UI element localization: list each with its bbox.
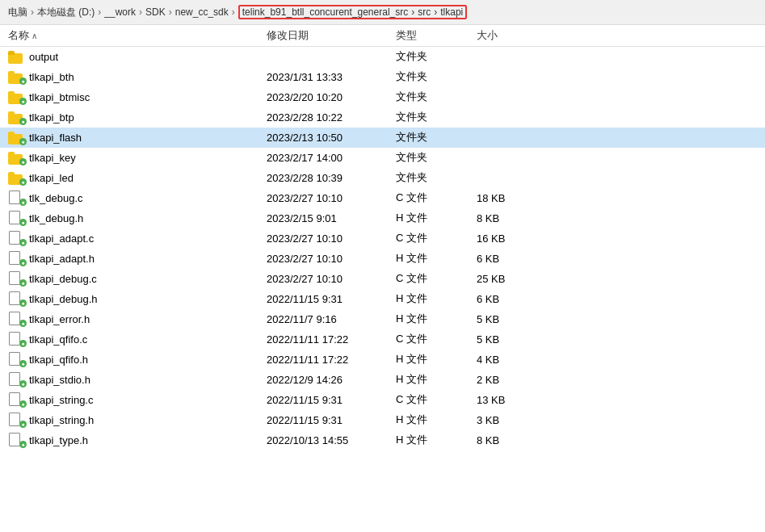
table-row[interactable]: ●tlkapi_btp2023/2/28 10:22文件夹: [0, 107, 765, 128]
file-size: 5 KB: [477, 313, 541, 325]
file-icon: ●: [8, 433, 24, 447]
file-name: tlkapi_bth: [29, 71, 74, 83]
file-type: 文件夹: [396, 170, 477, 185]
file-name: tlkapi_debug.h: [29, 293, 98, 305]
breadcrumb-item-label[interactable]: 本地磁盘 (D:): [37, 6, 95, 19]
file-size: 4 KB: [477, 354, 541, 366]
folder-icon: [8, 49, 24, 64]
file-name-cell: ●tlkapi_btp: [8, 110, 267, 124]
file-name: tlkapi_debug.c: [29, 273, 97, 285]
file-type: C 文件: [396, 271, 477, 286]
file-name-cell: ●tlkapi_qfifo.h: [8, 352, 267, 367]
breadcrumb-item-label[interactable]: 电脑: [8, 6, 27, 19]
col-name[interactable]: 名称 ∧: [8, 28, 267, 43]
table-row[interactable]: ●tlkapi_string.c2022/11/15 9:31C 文件13 KB: [0, 390, 765, 410]
breadcrumb-item-label[interactable]: __work: [104, 6, 136, 18]
breadcrumb-item[interactable]: new_cc_sdk: [175, 6, 229, 18]
file-type: H 文件: [396, 433, 477, 447]
file-size: 8 KB: [477, 434, 541, 446]
table-row[interactable]: ●tlk_debug.c2023/2/27 10:10C 文件18 KB: [0, 188, 765, 208]
file-size: 3 KB: [477, 414, 541, 426]
file-name: tlkapi_adapt.c: [29, 232, 94, 245]
file-name: tlkapi_qfifo.h: [29, 354, 88, 366]
breadcrumb-item-label[interactable]: src: [418, 6, 431, 18]
file-type: H 文件: [396, 291, 477, 306]
file-name-cell: ●tlkapi_flash: [8, 130, 267, 145]
file-modified: 2022/11/11 17:22: [267, 354, 396, 366]
table-row[interactable]: ●tlkapi_stdio.h2022/12/9 14:26H 文件2 KB: [0, 370, 765, 390]
table-row[interactable]: ●tlkapi_bth2023/1/31 13:33文件夹: [0, 67, 765, 87]
file-size: 8 KB: [477, 212, 541, 224]
file-name-cell: ●tlkapi_adapt.c: [8, 231, 267, 245]
file-icon: ●: [8, 191, 24, 205]
breadcrumb-item[interactable]: 电脑: [8, 6, 27, 19]
file-size: 5 KB: [477, 333, 541, 346]
table-row[interactable]: ●tlkapi_flash2023/2/13 10:50文件夹: [0, 128, 765, 148]
file-size: 2 KB: [477, 374, 541, 386]
breadcrumb-item-label[interactable]: tlkapi: [440, 6, 463, 18]
breadcrumb-item-label[interactable]: telink_b91_btll_concurent_general_src: [242, 6, 408, 18]
sort-arrow: ∧: [32, 31, 37, 40]
file-icon: ●: [8, 271, 24, 286]
file-type: 文件夹: [396, 49, 477, 64]
file-size: 16 KB: [477, 232, 541, 245]
folder-icon: ●: [8, 110, 24, 124]
table-row[interactable]: ●tlkapi_key2023/2/17 14:00文件夹: [0, 148, 765, 168]
file-name: tlkapi_error.h: [29, 313, 90, 325]
breadcrumb-item-label[interactable]: new_cc_sdk: [175, 6, 229, 18]
file-name: tlkapi_string.c: [29, 394, 93, 406]
column-headers: 名称 ∧ 修改日期 类型 大小: [0, 25, 765, 47]
table-row[interactable]: ●tlkapi_led2023/2/28 10:39文件夹: [0, 168, 765, 188]
table-row[interactable]: ●tlkapi_btmisc2023/2/20 10:20文件夹: [0, 87, 765, 107]
table-row[interactable]: ●tlkapi_qfifo.c2022/11/11 17:22C 文件5 KB: [0, 329, 765, 350]
table-row[interactable]: ●tlkapi_debug.h2022/11/15 9:31H 文件6 KB: [0, 289, 765, 309]
file-type: C 文件: [396, 231, 477, 245]
table-row[interactable]: ●tlkapi_debug.c2023/2/27 10:10C 文件25 KB: [0, 269, 765, 289]
file-name: tlkapi_stdio.h: [29, 374, 90, 386]
breadcrumb-separator: ›: [169, 6, 172, 18]
file-name: tlkapi_adapt.h: [29, 253, 95, 265]
file-modified: 2023/1/31 13:33: [267, 71, 396, 83]
file-name: tlkapi_flash: [29, 132, 82, 144]
folder-icon: ●: [8, 150, 24, 165]
table-row[interactable]: ●tlk_debug.h2023/2/15 9:01H 文件8 KB: [0, 208, 765, 228]
file-modified: 2023/2/20 10:20: [267, 91, 396, 103]
file-name: tlkapi_btp: [29, 111, 74, 124]
col-size[interactable]: 大小: [477, 28, 541, 43]
file-modified: 2023/2/27 10:10: [267, 232, 396, 245]
breadcrumb-separator: ›: [98, 6, 101, 18]
breadcrumb-item[interactable]: SDK: [145, 6, 166, 18]
file-icon: ●: [8, 332, 24, 346]
file-name-cell: ●tlkapi_key: [8, 150, 267, 165]
breadcrumb-inner-separator: ›: [411, 6, 414, 18]
file-type: C 文件: [396, 191, 477, 205]
breadcrumb-item-label[interactable]: SDK: [145, 6, 166, 18]
file-icon: ●: [8, 291, 24, 306]
table-row[interactable]: ●tlkapi_error.h2022/11/7 9:16H 文件5 KB: [0, 309, 765, 329]
table-row[interactable]: ●tlkapi_qfifo.h2022/11/11 17:22H 文件4 KB: [0, 350, 765, 370]
file-modified: 2022/11/15 9:31: [267, 394, 396, 406]
file-type: 文件夹: [396, 150, 477, 165]
file-name: tlkapi_type.h: [29, 434, 88, 446]
col-modified[interactable]: 修改日期: [267, 28, 396, 43]
file-name-cell: ●tlkapi_qfifo.c: [8, 332, 267, 346]
file-icon: ●: [8, 251, 24, 266]
file-modified: 2022/12/9 14:26: [267, 374, 396, 386]
file-modified: 2023/2/28 10:22: [267, 111, 396, 124]
table-row[interactable]: output文件夹: [0, 47, 765, 67]
file-name-cell: ●tlkapi_error.h: [8, 312, 267, 326]
breadcrumb-item[interactable]: 本地磁盘 (D:): [37, 6, 95, 19]
breadcrumb-highlight-group[interactable]: telink_b91_btll_concurent_general_src›sr…: [238, 5, 468, 19]
file-modified: 2023/2/27 10:10: [267, 253, 396, 265]
file-name-cell: ●tlkapi_led: [8, 170, 267, 185]
breadcrumb-item[interactable]: __work: [104, 6, 136, 18]
table-row[interactable]: ●tlkapi_adapt.c2023/2/27 10:10C 文件16 KB: [0, 228, 765, 249]
file-type: H 文件: [396, 312, 477, 326]
table-row[interactable]: ●tlkapi_adapt.h2023/2/27 10:10H 文件6 KB: [0, 249, 765, 269]
breadcrumb-separator: ›: [139, 6, 142, 18]
table-row[interactable]: ●tlkapi_type.h2022/10/13 14:55H 文件8 KB: [0, 430, 765, 450]
file-type: H 文件: [396, 251, 477, 266]
table-row[interactable]: ●tlkapi_string.h2022/11/15 9:31H 文件3 KB: [0, 410, 765, 430]
file-name-cell: ●tlkapi_bth: [8, 69, 267, 84]
col-type[interactable]: 类型: [396, 28, 477, 43]
